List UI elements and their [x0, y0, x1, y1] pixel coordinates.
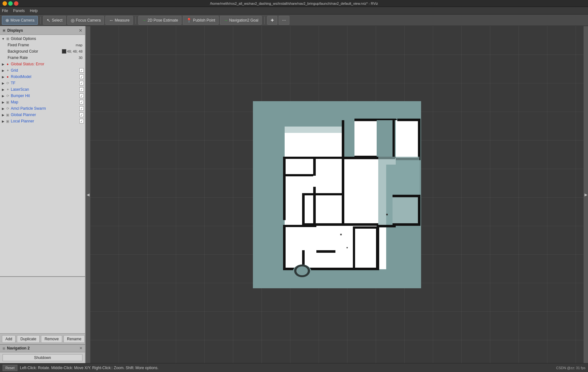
collapse-arrow-icon: ◀	[87, 193, 89, 197]
robotmodel-label: RobotModel	[11, 75, 79, 79]
grid-label: Grid	[11, 68, 79, 73]
right-collapse-handle[interactable]: ▶	[584, 26, 588, 363]
tree-item-tf[interactable]: ▶ ⟳ TF ✓	[0, 80, 85, 86]
tree-item-local-planner[interactable]: ▶ ▣ Local Planner ✓	[0, 118, 85, 124]
2d-pose-icon: →	[142, 18, 146, 23]
move-camera-button[interactable]: ⊕ Move Camera	[2, 16, 38, 25]
map-checkbox[interactable]: ✓	[79, 100, 84, 104]
extra-button-1[interactable]: ✚	[267, 16, 277, 25]
svg-rect-11	[313, 187, 316, 225]
menu-file[interactable]: File	[2, 9, 8, 13]
displays-tree[interactable]: ▼ ⊞ Global Options Fixed Frame map Backg…	[0, 35, 85, 276]
amcl-icon: ⟳	[5, 107, 10, 111]
select-button[interactable]: ↖ Select	[43, 16, 66, 25]
tree-item-global-status[interactable]: ▶ ● Global Status: Error	[0, 61, 85, 67]
tree-item-grid[interactable]: ▶ ✦ Grid ✓	[0, 67, 85, 74]
reset-button[interactable]: Reset	[3, 365, 17, 371]
laserscan-icon: ✦	[5, 88, 10, 92]
rename-button[interactable]: Rename	[63, 335, 85, 343]
global-options-label: Global Options	[11, 36, 84, 41]
bumper-hit-label: Bumper Hit	[11, 94, 79, 98]
svg-rect-48	[353, 226, 355, 269]
bumper-icon: ⟳	[5, 94, 10, 98]
publish-point-icon: 📍	[186, 18, 192, 23]
tree-item-bg-color[interactable]: Background Color 48; 48; 48	[0, 48, 85, 55]
color-swatch	[62, 49, 66, 54]
focus-camera-button[interactable]: ◎ Focus Camera	[67, 16, 104, 25]
tree-item-bumper-hit[interactable]: ▶ ⟳ Bumper Hit ✓	[0, 93, 85, 99]
svg-rect-49	[353, 268, 378, 270]
add-display-button[interactable]: Add	[2, 335, 16, 343]
expander-icon: ▶	[1, 62, 5, 66]
tree-item-amcl[interactable]: ▶ ⟳ Amcl Particle Swarm ✓	[0, 105, 85, 112]
shutdown-button[interactable]: Shutdown	[3, 354, 83, 361]
global-planner-icon: ▣	[5, 113, 10, 117]
svg-rect-53	[386, 214, 388, 215]
nav-panel-close-button[interactable]: ✕	[79, 346, 83, 350]
focus-camera-icon: ◎	[71, 18, 75, 23]
group-icon: ⊞	[5, 37, 10, 41]
svg-rect-29	[396, 120, 420, 158]
measure-button[interactable]: ↔ Measure	[105, 16, 133, 25]
tf-checkbox[interactable]: ✓	[79, 81, 84, 85]
robotmodel-icon: ●	[5, 75, 10, 79]
left-collapse-handle[interactable]: ◀	[86, 26, 90, 363]
nav-panel-icon: ⊞	[3, 347, 5, 350]
duplicate-button[interactable]: Duplicate	[17, 335, 40, 343]
toolbar-separator-2	[135, 16, 136, 24]
window-controls[interactable]	[3, 1, 18, 6]
local-planner-checkbox[interactable]: ✓	[79, 119, 84, 123]
tree-item-laserscan[interactable]: ▶ ✦ LaserScan ✓	[0, 86, 85, 93]
tree-item-frame-rate[interactable]: Frame Rate 30	[0, 55, 85, 61]
menu-help[interactable]: Help	[30, 9, 38, 13]
svg-rect-21	[342, 157, 378, 159]
minimize-button[interactable]	[3, 1, 7, 6]
svg-rect-45	[418, 195, 420, 225]
svg-rect-47	[353, 226, 377, 229]
tree-item-map[interactable]: ▶ ▣ Map ✓	[0, 99, 85, 105]
bumper-checkbox[interactable]: ✓	[79, 94, 84, 98]
main-area: ▣ Displays ✕ ▼ ⊞ Global Options Fixed Fr…	[0, 26, 588, 363]
grid-checkbox[interactable]: ✓	[79, 68, 84, 73]
maximize-button[interactable]	[8, 1, 13, 6]
svg-rect-5	[285, 157, 348, 159]
tree-item-global-planner[interactable]: ▶ ▣ Global Planner ✓	[0, 112, 85, 118]
2d-pose-button[interactable]: → 2D Pose Estimate	[138, 16, 182, 25]
select-icon: ↖	[47, 18, 50, 23]
tree-item-fixed-frame[interactable]: Fixed Frame map	[0, 42, 85, 48]
svg-rect-50	[376, 226, 379, 270]
expander-icon: ▶	[1, 120, 5, 123]
tree-item-global-options[interactable]: ▼ ⊞ Global Options	[0, 36, 85, 42]
move-camera-icon: ⊕	[5, 18, 9, 23]
robotmodel-checkbox[interactable]: ✓	[79, 75, 84, 79]
svg-rect-34	[302, 193, 305, 225]
displays-buttons: Add Duplicate Remove Rename	[0, 333, 85, 344]
global-planner-checkbox[interactable]: ✓	[79, 113, 84, 117]
nav-panel-header: ⊞ Navigation 2 ✕	[0, 345, 85, 352]
publish-point-button[interactable]: 📍 Publish Point	[183, 16, 219, 25]
expander-icon: ▶	[1, 82, 5, 85]
close-button[interactable]	[14, 1, 18, 6]
error-icon: ●	[5, 62, 10, 66]
tree-item-robotmodel[interactable]: ▶ ● RobotModel ✓	[0, 74, 85, 80]
amcl-checkbox[interactable]: ✓	[79, 106, 84, 111]
nav2-goal-button[interactable]: → Navigation2 Goal	[220, 16, 262, 25]
remove-button[interactable]: Remove	[41, 335, 62, 343]
left-panel: ▣ Displays ✕ ▼ ⊞ Global Options Fixed Fr…	[0, 26, 86, 363]
3d-viewport[interactable]	[90, 26, 584, 363]
extra-button-2[interactable]: ⋯	[279, 16, 289, 25]
svg-rect-9	[313, 157, 316, 176]
global-planner-label: Global Planner	[11, 113, 79, 117]
menu-panels[interactable]: Panels	[13, 9, 25, 13]
fps-counter: CSDN @zz: 31 fps	[556, 366, 585, 370]
expander-icon: ▶	[1, 113, 5, 117]
toolbar-separator-3	[264, 16, 265, 24]
svg-rect-23	[342, 223, 378, 226]
svg-rect-44	[393, 195, 420, 197]
fixed-frame-value: map	[76, 43, 83, 47]
displays-close-button[interactable]: ✕	[79, 28, 83, 33]
svg-rect-19	[393, 119, 395, 158]
toolbar-separator-1	[40, 16, 41, 24]
expander-icon: ▶	[1, 101, 5, 104]
laserscan-checkbox[interactable]: ✓	[79, 87, 84, 92]
